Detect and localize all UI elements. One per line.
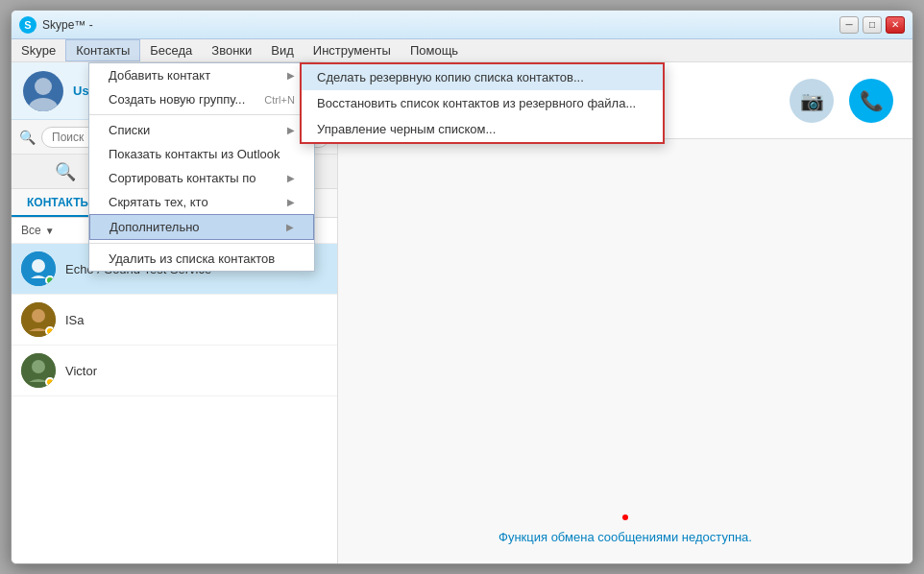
search-icon: 🔍 <box>19 130 36 145</box>
svg-point-3 <box>32 259 45 273</box>
video-icon: 📷 <box>800 89 824 112</box>
advanced-submenu: Сделать резервную копию списка контактов… <box>300 62 665 144</box>
search-tab-icon: 🔍 <box>55 161 76 182</box>
menu-tools[interactable]: Инструменты <box>304 39 401 61</box>
status-dot <box>622 514 628 520</box>
menu-chat[interactable]: Беседа <box>140 39 202 61</box>
window-title: Skype™ - <box>42 18 93 32</box>
skype-icon: S <box>19 16 36 34</box>
menu-bar: Skype Контакты Беседа Звонки Вид Инструм… <box>12 39 912 62</box>
arrow-icon: ▶ <box>287 70 295 81</box>
title-bar-left: S Skype™ - <box>19 16 93 34</box>
chat-disabled-message: Функция обмена сообщениями недоступна. <box>498 530 752 544</box>
menu-calls[interactable]: Звонки <box>202 39 261 61</box>
menu-hide-who[interactable]: Скрятать тех, кто ▶ <box>89 190 314 214</box>
menu-delete-contact[interactable]: Удалить из списка контактов <box>89 247 314 271</box>
submenu-backup[interactable]: Сделать резервную копию списка контактов… <box>302 64 663 90</box>
divider <box>89 114 314 115</box>
avatar <box>21 251 56 286</box>
submenu-restore[interactable]: Восстановить список контактов из резервн… <box>302 90 663 116</box>
contact-list: Echo / Sound Test Service ISa <box>12 244 337 563</box>
filter-label: Все <box>21 224 41 237</box>
svg-point-7 <box>32 360 45 373</box>
menu-add-contact[interactable]: Добавить контакт ▶ <box>89 63 314 87</box>
phone-icon: 📞 <box>860 89 884 112</box>
skype-window: S Skype™ - ─ □ ✕ Skype Контакты Беседа З… <box>11 10 913 564</box>
list-item[interactable]: Victor <box>12 346 337 396</box>
menu-skype[interactable]: Skype <box>12 39 65 61</box>
submenu-blacklist[interactable]: Управление черным списком... <box>302 116 663 142</box>
avatar <box>21 302 56 337</box>
arrow-icon: ▶ <box>286 222 294 232</box>
avatar <box>23 71 63 111</box>
menu-help[interactable]: Помощь <box>401 39 468 61</box>
audio-call-button[interactable]: 📞 <box>849 79 893 123</box>
svg-point-5 <box>32 309 45 323</box>
title-bar-controls: ─ □ ✕ <box>839 16 905 34</box>
close-button[interactable]: ✕ <box>886 16 905 34</box>
arrow-icon: ▶ <box>287 125 295 135</box>
avatar <box>21 353 56 388</box>
contact-name: ISa <box>65 313 85 327</box>
list-item[interactable]: ISa <box>12 295 337 346</box>
video-call-button[interactable]: 📷 <box>790 79 834 123</box>
arrow-icon: ▶ <box>287 173 295 183</box>
divider <box>89 243 314 244</box>
minimize-button[interactable]: ─ <box>839 16 859 34</box>
title-bar: S Skype™ - ─ □ ✕ <box>12 11 912 39</box>
filter-arrow-icon: ▼ <box>45 226 55 236</box>
contacts-dropdown: Добавить контакт ▶ Создать новую группу.… <box>88 62 315 272</box>
menu-view[interactable]: Вид <box>261 39 304 61</box>
contact-name: Victor <box>65 364 97 378</box>
menu-show-outlook[interactable]: Показать контакты из Outlook <box>89 142 314 166</box>
menu-create-group[interactable]: Создать новую группу... Ctrl+N <box>89 87 314 111</box>
menu-advanced[interactable]: Дополнительно ▶ <box>89 214 314 240</box>
status-indicator <box>45 326 55 336</box>
menu-lists[interactable]: Списки ▶ <box>89 118 314 142</box>
menu-contacts[interactable]: Контакты <box>65 39 140 61</box>
svg-point-1 <box>29 98 58 111</box>
status-indicator <box>45 275 55 285</box>
chat-area: Функция обмена сообщениями недоступна. <box>338 139 912 563</box>
arrow-icon: ▶ <box>287 197 295 207</box>
maximize-button[interactable]: □ <box>863 16 882 34</box>
status-indicator <box>45 377 55 387</box>
menu-sort-by[interactable]: Сортировать контакты по ▶ <box>89 166 314 190</box>
svg-point-0 <box>35 78 52 95</box>
